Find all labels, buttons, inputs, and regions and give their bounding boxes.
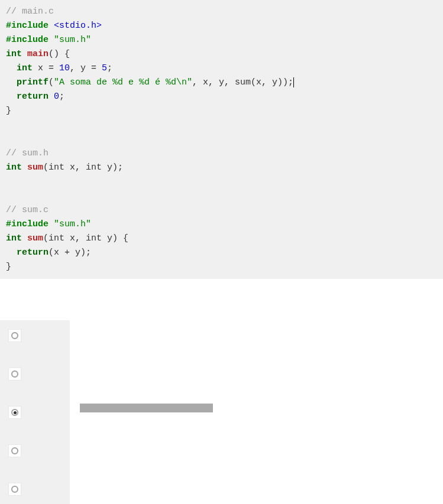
type-int: int xyxy=(17,63,33,73)
keyword-return: return xyxy=(17,92,48,102)
code-text: (int x, int y); xyxy=(43,162,123,173)
option-row[interactable] xyxy=(8,368,62,381)
include-file: <stdio.h> xyxy=(54,21,102,31)
type-int: int xyxy=(6,233,22,243)
number: 5 xyxy=(102,63,107,73)
string-literal: "A soma de %d e %d é %d\n" xyxy=(54,77,192,87)
include-file: "sum.h" xyxy=(54,219,91,229)
indent xyxy=(6,92,17,102)
comment-main-c: // main.c xyxy=(6,6,54,17)
radio-icon xyxy=(11,370,18,378)
func-sum: sum xyxy=(27,162,43,173)
radio-icon xyxy=(11,447,18,454)
comment-sum-h: // sum.h xyxy=(6,148,48,158)
radio-icon xyxy=(11,486,18,493)
option-row[interactable] xyxy=(8,483,62,496)
indent xyxy=(6,63,17,73)
code-text: , y = xyxy=(70,63,102,73)
redacted-bar xyxy=(80,404,213,412)
code-text: (x + y); xyxy=(48,248,91,258)
radio-wrap[interactable] xyxy=(8,406,21,419)
radio-wrap[interactable] xyxy=(8,483,21,496)
code-text: } xyxy=(6,262,11,272)
include-file: "sum.h" xyxy=(54,35,91,45)
radio-icon xyxy=(11,332,18,339)
comment-sum-c: // sum.c xyxy=(6,205,48,215)
func-sum: sum xyxy=(27,233,43,243)
text-cursor xyxy=(293,77,294,87)
option-row[interactable] xyxy=(8,444,62,457)
quiz-options xyxy=(0,320,70,504)
option-row[interactable] xyxy=(8,329,62,342)
code-block: // main.c #include <stdio.h> #include "s… xyxy=(0,0,443,279)
include-directive: #include xyxy=(6,35,48,45)
func-printf: printf xyxy=(17,77,48,87)
code-text: ; xyxy=(107,63,112,73)
number: 0 xyxy=(54,92,59,102)
code-text: x = xyxy=(33,63,59,73)
include-directive: #include xyxy=(6,21,48,31)
keyword-return: return xyxy=(17,248,48,258)
indent xyxy=(6,248,17,258)
radio-wrap[interactable] xyxy=(8,444,21,457)
type-int: int xyxy=(6,49,22,59)
func-main: main xyxy=(27,49,48,59)
code-text: (int x, int y) { xyxy=(43,233,128,243)
code-text: () { xyxy=(48,49,70,59)
radio-wrap[interactable] xyxy=(8,329,21,342)
option-row[interactable] xyxy=(8,406,62,419)
radio-icon xyxy=(11,409,18,416)
include-directive: #include xyxy=(6,219,48,229)
code-text: } xyxy=(6,106,11,116)
code-text: ; xyxy=(59,92,64,102)
indent xyxy=(6,77,17,87)
code-text: , x, y, sum(x, y)); xyxy=(192,77,293,87)
number: 10 xyxy=(59,63,70,73)
code-text xyxy=(48,92,54,102)
code-text: ( xyxy=(48,77,54,87)
type-int: int xyxy=(6,162,22,173)
radio-wrap[interactable] xyxy=(8,368,21,381)
